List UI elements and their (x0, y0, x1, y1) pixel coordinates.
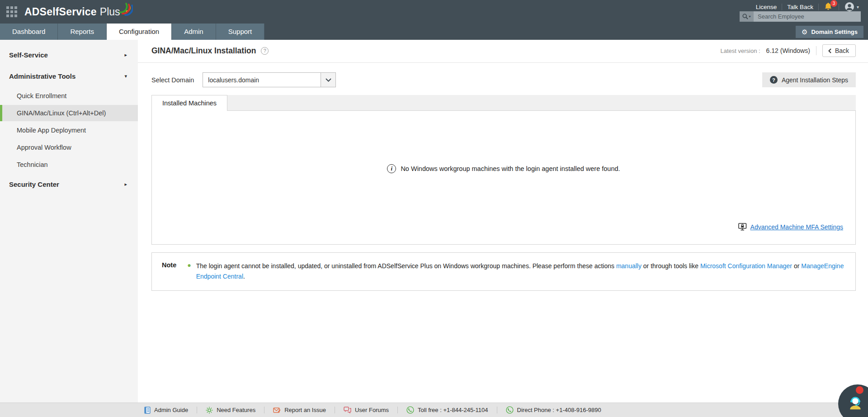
sidebar-item-mobile-app-deployment[interactable]: Mobile App Deployment (0, 122, 138, 138)
bullet-icon: ● (187, 261, 191, 281)
footer-link-label: Toll free : +1-844-245-1104 (418, 407, 488, 413)
sidebar: Self-Service ▸ Administrative Tools ▾ Qu… (0, 40, 138, 403)
phone-icon (406, 406, 414, 414)
note-text-segment: The login agent cannot be installed, upd… (196, 262, 616, 270)
help-icon[interactable]: ? (261, 47, 269, 55)
chevron-down-icon: ▾ (124, 73, 127, 79)
license-link[interactable]: License (756, 4, 777, 10)
tab-reports[interactable]: Reports (58, 24, 107, 40)
advanced-mfa-settings-label: Advanced Machine MFA Settings (750, 223, 843, 231)
sidebar-item-approval-workflow[interactable]: Approval Workflow (0, 139, 138, 156)
page-header-row: GINA/Mac/Linux Installation ? Latest ver… (138, 40, 868, 63)
domain-select-group: Select Domain localusers.domain (151, 72, 336, 87)
installed-machines-panel: i No Windows workgroup machines with the… (151, 110, 856, 245)
agent-installation-steps-button[interactable]: ? Agent Installation Steps (762, 72, 856, 87)
sidebar-item-gina-mac-linux[interactable]: GINA/Mac/Linux (Ctrl+Alt+Del) (0, 105, 138, 121)
search-icon (742, 14, 748, 19)
forums-icon (344, 407, 351, 413)
report-an-issue-link[interactable]: Report an Issue (264, 407, 335, 413)
search-input[interactable] (754, 11, 861, 22)
sidebar-item-security-center[interactable]: Security Center ▸ (0, 174, 138, 195)
notifications-button[interactable]: 3 (824, 2, 834, 12)
sidebar-item-label: Administrative Tools (9, 72, 75, 80)
back-button[interactable]: Back (822, 44, 856, 57)
sidebar-item-administrative-tools[interactable]: Administrative Tools ▾ (0, 66, 138, 87)
note-title: Note (162, 261, 176, 281)
domain-select[interactable]: localusers.domain (203, 72, 336, 87)
main-content: GINA/Mac/Linux Installation ? Latest ver… (138, 40, 868, 403)
logo-swoosh-icon (118, 1, 133, 17)
main-navigation: Dashboard Reports Configuration Admin Su… (0, 24, 868, 40)
chevron-right-icon: ▸ (124, 52, 127, 58)
tab-support[interactable]: Support (216, 24, 265, 40)
back-button-label: Back (835, 47, 849, 54)
phone-icon (506, 406, 514, 414)
sidebar-item-technician[interactable]: Technician (0, 156, 138, 173)
footer-link-label: Admin Guide (154, 407, 188, 413)
machines-tab-section: Installed Machines i No Windows workgrou… (151, 95, 856, 245)
manually-link[interactable]: manually (616, 262, 642, 270)
machine-lock-icon (738, 223, 747, 231)
direct-phone[interactable]: Direct Phone : +1-408-916-9890 (497, 406, 610, 414)
tab-dashboard[interactable]: Dashboard (0, 24, 58, 40)
sidebar-item-self-service[interactable]: Self-Service ▸ (0, 44, 138, 66)
gear-icon: ⚙ (802, 28, 807, 36)
app-logo-name: ADSelfService (24, 6, 97, 18)
page-title-text: GINA/Mac/Linux Installation (151, 46, 256, 56)
report-issue-icon (273, 407, 281, 413)
search-scope-button[interactable]: ▾ (740, 11, 754, 22)
brand: ADSelfService Plus (6, 0, 133, 24)
info-icon: i (387, 164, 396, 173)
footer-link-label: Direct Phone : +1-408-916-9890 (517, 407, 601, 413)
note-text: The login agent cannot be installed, upd… (196, 261, 846, 281)
microsoft-configuration-manager-link[interactable]: Microsoft Configuration Manager (700, 262, 792, 270)
chevron-down-icon (326, 78, 331, 82)
footer-link-label: Report an Issue (284, 407, 326, 413)
divider (782, 4, 782, 10)
select-caret-button[interactable] (321, 73, 335, 87)
support-agent-icon (846, 393, 865, 412)
employee-search: ▾ (740, 11, 861, 22)
user-forums-link[interactable]: User Forums (335, 407, 397, 413)
app-grid-icon[interactable] (6, 6, 17, 17)
chat-notification-dot (856, 386, 863, 394)
need-features-link[interactable]: Need Features (197, 407, 264, 414)
sidebar-item-label: Security Center (9, 180, 59, 188)
talk-back-link[interactable]: Talk Back (787, 4, 813, 10)
domain-select-row: Select Domain localusers.domain ? Agent … (151, 72, 856, 87)
note-text-segment: or through tools like (642, 262, 700, 270)
version-and-back: Latest version : 6.12 (Windows) Back (720, 44, 856, 57)
advanced-mfa-settings-link[interactable]: Advanced Machine MFA Settings (738, 223, 843, 231)
empty-state-text: No Windows workgroup machines with the l… (401, 165, 620, 172)
avatar-icon (844, 1, 855, 12)
top-header-bar: ADSelfService Plus License Talk Back 3 (0, 0, 868, 24)
footer-link-label: User Forums (355, 407, 389, 413)
latest-version-label: Latest version : (720, 47, 760, 54)
user-menu-button[interactable]: ▾ (844, 1, 859, 12)
tab-strip: Installed Machines (151, 95, 856, 110)
sidebar-item-label: Self-Service (9, 51, 48, 59)
question-circle-icon: ? (770, 76, 778, 84)
latest-version-value: 6.12 (Windows) (766, 47, 810, 54)
topbar-utility-links: License Talk Back 3 ▾ (756, 1, 859, 12)
footer-link-label: Need Features (217, 407, 255, 413)
toll-free-phone[interactable]: Toll free : +1-844-245-1104 (398, 406, 497, 414)
footer-bar: Admin Guide Need Features Report an Issu… (0, 403, 868, 417)
sidebar-item-quick-enrollment[interactable]: Quick Enrollment (0, 88, 138, 104)
domain-settings-button[interactable]: ⚙ Domain Settings (796, 26, 863, 38)
admin-guide-link[interactable]: Admin Guide (136, 407, 197, 414)
note-box: Note ● The login agent cannot be install… (151, 252, 856, 291)
notification-count-badge: 3 (830, 0, 837, 7)
chevron-right-icon: ▸ (124, 181, 127, 187)
tab-installed-machines[interactable]: Installed Machines (151, 95, 227, 111)
empty-state-message: i No Windows workgroup machines with the… (152, 111, 855, 173)
domain-select-value: localusers.domain (203, 73, 321, 87)
chevron-left-icon (828, 48, 831, 53)
app-logo-suffix: Plus (100, 6, 120, 18)
chevron-down-icon: ▾ (857, 5, 859, 9)
tab-configuration[interactable]: Configuration (107, 24, 172, 40)
tab-admin[interactable]: Admin (172, 24, 216, 40)
note-item: ● The login agent cannot be installed, u… (187, 261, 846, 281)
note-text-segment: or (792, 262, 801, 270)
admin-guide-icon (144, 407, 151, 414)
